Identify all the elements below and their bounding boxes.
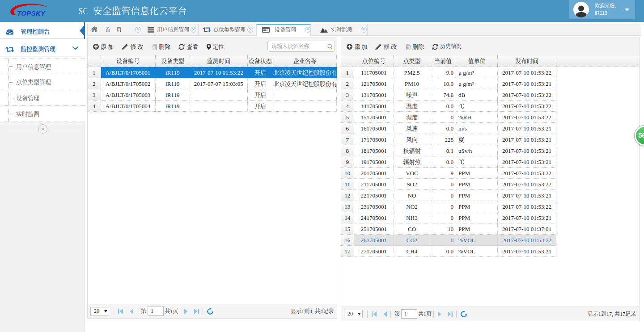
svg-text:TOPSKY: TOPSKY <box>17 9 46 17</box>
